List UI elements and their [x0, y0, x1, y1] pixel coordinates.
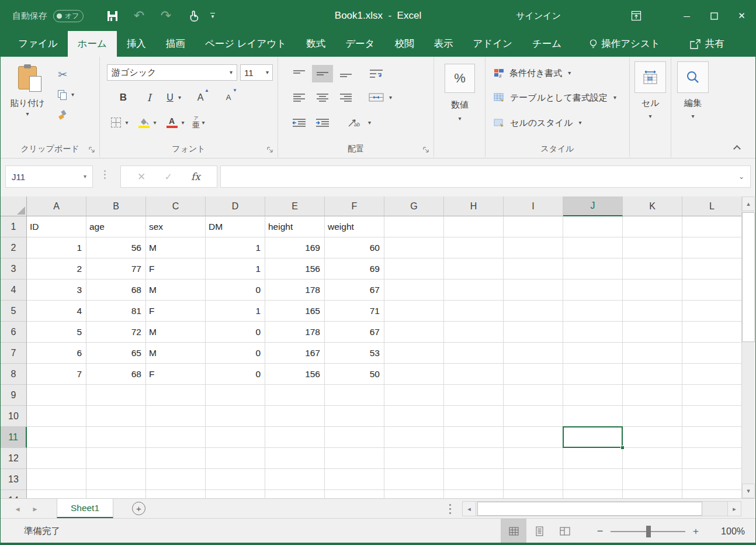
cell-L1[interactable]: [682, 216, 742, 237]
cell-F12[interactable]: [325, 448, 384, 469]
scroll-right-button[interactable]: ▸: [727, 502, 741, 516]
formula-bar-expand-icon[interactable]: ⌄: [738, 174, 744, 180]
underline-caret-icon[interactable]: ▾: [178, 95, 181, 101]
horizontal-scroll-thumb[interactable]: [477, 502, 702, 516]
column-header-K[interactable]: K: [623, 196, 682, 216]
cell-J11[interactable]: [563, 427, 623, 448]
cell-B13[interactable]: [86, 469, 146, 490]
cell-H2[interactable]: [444, 237, 504, 258]
cell-B14[interactable]: [86, 490, 146, 498]
cell-D10[interactable]: [206, 406, 265, 427]
font-dialog-launcher[interactable]: [267, 147, 273, 153]
cell-C9[interactable]: [146, 385, 206, 406]
editing-button[interactable]: 編集 ▾: [677, 61, 709, 119]
cell-D9[interactable]: [206, 385, 265, 406]
tab-home[interactable]: ホーム: [68, 31, 117, 57]
undo-button[interactable]: ↶: [126, 1, 152, 31]
cell-I3[interactable]: [504, 258, 563, 280]
cell-F5[interactable]: 71: [325, 301, 384, 322]
row-header-3[interactable]: 3: [1, 258, 27, 280]
cell-J13[interactable]: [563, 469, 623, 490]
maximize-button[interactable]: [700, 1, 728, 31]
copy-button[interactable]: [58, 90, 67, 100]
cell-I13[interactable]: [504, 469, 563, 490]
column-header-B[interactable]: B: [86, 196, 146, 216]
cell-A3[interactable]: 2: [27, 258, 86, 280]
font-color-caret-icon[interactable]: ▾: [179, 120, 186, 126]
row-header-2[interactable]: 2: [1, 237, 27, 258]
cell-A6[interactable]: 5: [27, 322, 86, 343]
cell-F14[interactable]: [325, 490, 384, 498]
cell-A9[interactable]: [27, 385, 86, 406]
align-top-button[interactable]: [289, 65, 310, 82]
cell-E13[interactable]: [265, 469, 325, 490]
paste-button[interactable]: 貼り付け ▾: [9, 64, 46, 135]
column-header-F[interactable]: F: [325, 196, 384, 216]
cell-F1[interactable]: weight: [325, 216, 384, 237]
cell-L5[interactable]: [682, 301, 742, 322]
cell-G2[interactable]: [384, 237, 444, 258]
cell-L2[interactable]: [682, 237, 742, 258]
cell-D3[interactable]: 1: [206, 258, 265, 280]
cell-B5[interactable]: 81: [86, 301, 146, 322]
cell-B4[interactable]: 68: [86, 280, 146, 301]
select-all-button[interactable]: [1, 196, 27, 216]
merge-center-button[interactable]: [366, 89, 387, 106]
cell-E14[interactable]: [265, 490, 325, 498]
cell-K10[interactable]: [623, 406, 682, 427]
cell-A2[interactable]: 1: [27, 237, 86, 258]
cell-D2[interactable]: 1: [206, 237, 265, 258]
bold-button[interactable]: B: [110, 89, 136, 106]
cell-E4[interactable]: 178: [265, 280, 325, 301]
cell-B8[interactable]: 68: [86, 364, 146, 385]
cell-A12[interactable]: [27, 448, 86, 469]
cell-E9[interactable]: [265, 385, 325, 406]
decrease-indent-button[interactable]: [289, 114, 310, 132]
cell-G12[interactable]: [384, 448, 444, 469]
italic-button[interactable]: I: [136, 89, 162, 106]
cell-J6[interactable]: [563, 322, 623, 343]
align-right-button[interactable]: [335, 89, 356, 106]
column-header-E[interactable]: E: [265, 196, 325, 216]
cell-E2[interactable]: 169: [265, 237, 325, 258]
row-header-11[interactable]: 11: [1, 427, 27, 448]
cell-C3[interactable]: F: [146, 258, 206, 280]
cell-J7[interactable]: [563, 343, 623, 364]
tab-draw[interactable]: 描画: [156, 31, 195, 57]
customize-qat-button[interactable]: ▾: [206, 13, 219, 19]
increase-font-size-button[interactable]: A▲: [190, 89, 210, 106]
column-header-J[interactable]: J: [563, 196, 623, 216]
cell-L12[interactable]: [682, 448, 742, 469]
cell-G13[interactable]: [384, 469, 444, 490]
align-bottom-button[interactable]: [335, 65, 356, 82]
cell-C1[interactable]: sex: [146, 216, 206, 237]
cell-B1[interactable]: age: [86, 216, 146, 237]
enter-entry-button[interactable]: ✓: [164, 171, 172, 182]
cell-K12[interactable]: [623, 448, 682, 469]
cell-K3[interactable]: [623, 258, 682, 280]
zoom-level[interactable]: 100%: [708, 526, 745, 537]
cell-K7[interactable]: [623, 343, 682, 364]
cell-E5[interactable]: 165: [265, 301, 325, 322]
row-header-14[interactable]: 14: [1, 490, 27, 498]
cell-G6[interactable]: [384, 322, 444, 343]
cell-F10[interactable]: [325, 406, 384, 427]
cell-D7[interactable]: 0: [206, 343, 265, 364]
cell-I12[interactable]: [504, 448, 563, 469]
ribbon-display-options-button[interactable]: [622, 1, 650, 31]
tab-insert[interactable]: 挿入: [117, 31, 156, 57]
fill-color-button[interactable]: [136, 118, 151, 128]
column-header-D[interactable]: D: [206, 196, 265, 216]
cell-F3[interactable]: 69: [325, 258, 384, 280]
tab-team[interactable]: チーム: [522, 31, 571, 57]
phonetic-caret-icon[interactable]: ▾: [200, 120, 207, 126]
number-format-button[interactable]: % 数値 ▾: [442, 64, 477, 122]
font-color-button[interactable]: A: [164, 118, 179, 128]
cell-L9[interactable]: [682, 385, 742, 406]
cell-I10[interactable]: [504, 406, 563, 427]
cell-A4[interactable]: 3: [27, 280, 86, 301]
zoom-slider[interactable]: [611, 531, 685, 532]
cell-E6[interactable]: 178: [265, 322, 325, 343]
cell-K11[interactable]: [623, 427, 682, 448]
format-painter-button[interactable]: [58, 110, 68, 120]
